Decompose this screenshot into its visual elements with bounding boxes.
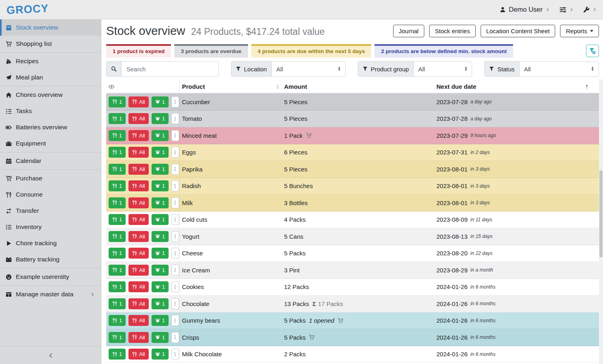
product-name[interactable]: Cucumber	[180, 94, 284, 110]
sidebar-item-transfer[interactable]: Transfer	[0, 203, 101, 219]
column-header-due-date[interactable]: Next due date▲▼	[436, 80, 599, 93]
consume-one-button[interactable]: 1	[109, 180, 126, 191]
sidebar-collapse-button[interactable]	[0, 346, 101, 364]
sidebar-item-inventory[interactable]: Inventory	[0, 219, 101, 235]
sidebar-item-stock-overview[interactable]: Stock overview	[0, 19, 101, 36]
row-menu-button[interactable]	[171, 164, 179, 175]
eye-icon[interactable]	[109, 84, 114, 90]
consume-one-button[interactable]: 1	[109, 147, 126, 158]
product-group-select[interactable]: All▲▼	[414, 62, 472, 76]
consume-one-button[interactable]: 1	[109, 265, 126, 276]
search-input[interactable]	[122, 62, 218, 76]
sidebar-item-recipes[interactable]: Recipes	[0, 53, 101, 69]
product-name[interactable]: Crisps	[180, 329, 284, 346]
consume-all-button[interactable]: All	[128, 315, 148, 326]
row-menu-button[interactable]	[171, 298, 179, 309]
open-one-button[interactable]: 1	[152, 265, 169, 276]
sidebar-item-batteries-overview[interactable]: Batteries overview	[0, 119, 101, 135]
sidebar-item-battery-tracking[interactable]: Battery tracking	[0, 251, 101, 268]
consume-all-button[interactable]: All	[128, 281, 148, 292]
consume-all-button[interactable]: All	[128, 147, 148, 158]
consume-all-button[interactable]: All	[128, 197, 148, 208]
product-name[interactable]: Chocolate	[180, 295, 284, 312]
stock-entries-button[interactable]: Stock entries	[429, 25, 476, 37]
clear-filter-button[interactable]	[586, 45, 599, 57]
row-menu-button[interactable]	[171, 147, 179, 158]
consume-all-button[interactable]: All	[128, 231, 148, 242]
consume-one-button[interactable]: 1	[109, 164, 126, 175]
row-menu-button[interactable]	[171, 197, 179, 208]
sidebar-item-manage-master-data[interactable]: Manage master data	[0, 286, 101, 302]
consume-one-button[interactable]: 1	[109, 96, 126, 107]
user-menu[interactable]: Demo User	[500, 6, 550, 13]
consume-one-button[interactable]: 1	[109, 130, 126, 141]
open-one-button[interactable]: 1	[152, 315, 169, 326]
product-name[interactable]: Milk Chocolate	[180, 346, 284, 363]
open-one-button[interactable]: 1	[152, 197, 169, 208]
banner-overdue[interactable]: 3 products are overdue	[174, 44, 248, 58]
product-name[interactable]: Eggs	[180, 144, 284, 161]
row-menu-button[interactable]	[171, 180, 179, 191]
open-one-button[interactable]: 1	[152, 349, 169, 360]
row-menu-button[interactable]	[171, 113, 179, 124]
sidebar-item-shopping-list[interactable]: Shopping list	[0, 36, 101, 52]
product-name[interactable]: Cold cuts	[180, 212, 284, 228]
admin-menu[interactable]	[583, 6, 597, 13]
row-menu-button[interactable]	[171, 231, 179, 242]
sidebar-item-tasks[interactable]: Tasks	[0, 103, 101, 119]
banner-expired[interactable]: 1 product is expired	[106, 44, 171, 58]
product-name[interactable]: Milk	[180, 195, 284, 211]
open-one-button[interactable]: 1	[152, 113, 169, 124]
sidebar-item-meal-plan[interactable]: Meal plan	[0, 69, 101, 86]
open-one-button[interactable]: 1	[152, 298, 169, 309]
settings-menu[interactable]	[559, 6, 573, 13]
row-menu-button[interactable]	[171, 265, 179, 276]
product-name[interactable]: Gummy bears	[180, 313, 284, 329]
product-name[interactable]: Cheese	[180, 245, 284, 262]
consume-one-button[interactable]: 1	[109, 248, 126, 259]
consume-all-button[interactable]: All	[128, 130, 148, 141]
product-name[interactable]: Paprika	[180, 161, 284, 178]
open-one-button[interactable]: 1	[152, 96, 169, 107]
column-header-amount[interactable]: Amount	[284, 80, 436, 93]
consume-all-button[interactable]: All	[128, 298, 148, 309]
product-name[interactable]: Minced meat	[180, 127, 284, 144]
open-one-button[interactable]: 1	[152, 147, 169, 158]
sidebar-item-chores-overview[interactable]: Chores overview	[0, 87, 101, 103]
scrollbar-thumb[interactable]	[599, 170, 603, 257]
row-menu-button[interactable]	[171, 248, 179, 259]
product-name[interactable]: Ice Cream	[180, 262, 284, 278]
consume-all-button[interactable]: All	[128, 96, 148, 107]
open-one-button[interactable]: 1	[152, 214, 169, 225]
consume-one-button[interactable]: 1	[109, 113, 126, 124]
consume-all-button[interactable]: All	[128, 113, 148, 124]
row-menu-button[interactable]	[171, 96, 179, 107]
column-header-product[interactable]: Product▲▼	[180, 80, 284, 93]
row-menu-button[interactable]	[171, 315, 179, 326]
sidebar-item-calendar[interactable]: Calendar	[0, 153, 101, 169]
product-name[interactable]: Yogurt	[180, 228, 284, 245]
consume-all-button[interactable]: All	[128, 180, 148, 191]
consume-all-button[interactable]: All	[128, 265, 148, 276]
open-one-button[interactable]: 1	[152, 332, 169, 343]
consume-all-button[interactable]: All	[128, 214, 148, 225]
banner-below-min-stock[interactable]: 2 products are below defined min. stock …	[374, 44, 513, 58]
location-select[interactable]: All▲▼	[272, 62, 345, 76]
consume-all-button[interactable]: All	[128, 248, 148, 259]
status-select[interactable]: All▲▼	[520, 62, 599, 76]
sidebar-item-consume[interactable]: Consume	[0, 186, 101, 203]
consume-all-button[interactable]: All	[128, 332, 148, 343]
sidebar-item-purchase[interactable]: Purchase	[0, 170, 101, 186]
row-menu-button[interactable]	[171, 281, 179, 292]
row-menu-button[interactable]	[171, 349, 179, 360]
sidebar-item-equipment[interactable]: Equipment	[0, 135, 101, 152]
consume-one-button[interactable]: 1	[109, 214, 126, 225]
consume-all-button[interactable]: All	[128, 164, 148, 175]
open-one-button[interactable]: 1	[152, 130, 169, 141]
row-menu-button[interactable]	[171, 332, 179, 343]
consume-one-button[interactable]: 1	[109, 281, 126, 292]
location-content-sheet-button[interactable]: Location Content Sheet	[481, 25, 556, 37]
row-menu-button[interactable]	[171, 214, 179, 225]
product-name[interactable]: Radish	[180, 178, 284, 195]
reports-dropdown-button[interactable]: Reports	[560, 25, 599, 37]
